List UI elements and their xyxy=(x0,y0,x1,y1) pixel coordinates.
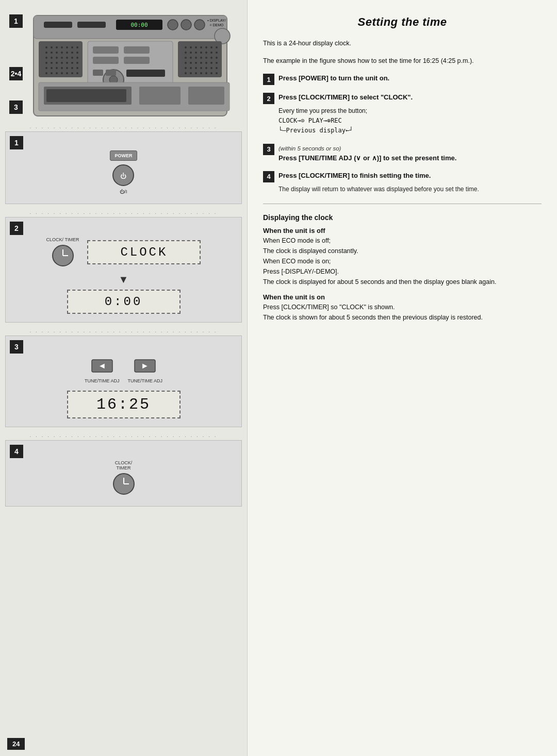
step4-clock-timer-label: CLOCK/TIMER xyxy=(115,460,133,471)
displaying-clock-section: Displaying the clock When the unit is of… xyxy=(263,213,542,323)
step-3: 3 (within 5 seconds or so) Press [TUNE/T… xyxy=(263,143,542,163)
svg-text:• DISPLAY/: • DISPLAY/ xyxy=(207,19,225,22)
svg-point-91 xyxy=(205,62,207,64)
svg-rect-62 xyxy=(93,70,103,76)
dots-separator-3: . . . . . . . . . . . . . . . . . . . . … xyxy=(5,328,242,333)
svg-point-7 xyxy=(181,20,191,30)
svg-point-35 xyxy=(51,62,53,64)
svg-point-54 xyxy=(76,72,78,74)
svg-point-26 xyxy=(76,52,78,54)
svg-rect-2 xyxy=(44,22,72,28)
svg-point-44 xyxy=(61,67,63,69)
svg-point-48 xyxy=(45,72,47,74)
step-2: 2 Press [CLOCK/TIMER] to select "CLOCK".… xyxy=(263,92,542,136)
when-off-line-0: When ECO mode is off; xyxy=(263,236,542,246)
intro-line1: This is a 24-hour display clock. xyxy=(263,38,542,48)
section-divider xyxy=(263,204,542,204)
svg-point-69 xyxy=(200,46,202,48)
svg-point-72 xyxy=(216,46,218,48)
svg-rect-57 xyxy=(124,46,150,54)
step1-number: 1 xyxy=(263,74,274,85)
step24-badge: 2•4 xyxy=(9,67,23,80)
step4-diagram-badge: 4 xyxy=(10,445,23,458)
when-on-line-0: Press [CLOCK/TIMER] so "CLOCK" is shown. xyxy=(263,302,542,312)
svg-point-86 xyxy=(216,57,218,59)
svg-point-40 xyxy=(76,62,78,64)
svg-point-76 xyxy=(200,52,202,54)
time-display-1625: 16:25 xyxy=(67,391,181,418)
svg-point-53 xyxy=(71,72,73,74)
svg-point-51 xyxy=(61,72,63,74)
svg-point-75 xyxy=(195,52,197,54)
step-1: 1 Press [POWER] to turn the unit on. xyxy=(263,73,542,85)
svg-point-32 xyxy=(71,57,73,59)
svg-rect-56 xyxy=(93,46,119,54)
svg-point-33 xyxy=(76,57,78,59)
svg-point-43 xyxy=(56,67,58,69)
svg-point-80 xyxy=(185,57,187,59)
svg-point-8 xyxy=(194,20,205,30)
svg-point-37 xyxy=(61,62,63,64)
svg-point-100 xyxy=(216,67,218,69)
step3-number: 3 xyxy=(263,144,274,155)
step2-text: Press [CLOCK/TIMER] to select "CLOCK". xyxy=(278,92,413,103)
svg-point-36 xyxy=(56,62,58,64)
svg-rect-64 xyxy=(126,70,165,77)
when-off-text: When ECO mode is off; The clock is displ… xyxy=(263,236,542,287)
svg-point-17 xyxy=(66,46,68,48)
dots-separator-4: . . . . . . . . . . . . . . . . . . . . … xyxy=(5,432,242,438)
intro-line2: The example in the figure shows how to s… xyxy=(263,56,542,66)
step1-diagram: 1 POWER ⏻ ⏻/I xyxy=(5,131,242,204)
svg-point-49 xyxy=(51,72,53,74)
svg-point-77 xyxy=(205,52,207,54)
step1-text: Press [POWER] to turn the unit on. xyxy=(278,73,389,83)
when-off-line-1: The clock is displayed constantly. xyxy=(263,246,542,256)
svg-point-18 xyxy=(71,46,73,48)
svg-point-70 xyxy=(205,46,207,48)
svg-point-98 xyxy=(205,67,207,69)
svg-rect-3 xyxy=(77,22,106,28)
svg-point-31 xyxy=(66,57,68,59)
step3-badge: 3 xyxy=(9,100,23,114)
step4-desc: The display will return to whatever was … xyxy=(278,184,542,194)
time-display-000: 0:00 xyxy=(67,290,181,314)
svg-point-38 xyxy=(66,62,68,64)
svg-text:00:00: 00:00 xyxy=(130,22,148,28)
when-on-line-1: The clock is shown for about 5 seconds t… xyxy=(263,312,542,323)
step4-clock-button xyxy=(112,473,135,495)
svg-point-22 xyxy=(56,52,58,54)
clock-timer-label: CLOCK/ TIMER xyxy=(46,237,79,242)
step3-diagram: 3 ◄ TUNE/TIME ADJ ► TUNE/TIME ADJ xyxy=(5,335,242,427)
svg-point-78 xyxy=(210,52,212,54)
step4-text: Press [CLOCK/TIMER] to finish setting th… xyxy=(278,171,431,181)
stereo-illustration: 00:00 • DISPLAY/ = DEMO xyxy=(13,10,235,119)
svg-point-82 xyxy=(195,57,197,59)
svg-point-42 xyxy=(51,67,53,69)
step2-diagram: 2 CLOCK/ TIMER CLOCK ▼ 0: xyxy=(5,217,242,323)
svg-point-16 xyxy=(61,46,63,48)
svg-point-71 xyxy=(210,46,212,48)
when-off-line-3: Press [-DISPLAY/-DEMO]. xyxy=(263,266,542,277)
svg-point-107 xyxy=(216,72,218,74)
svg-point-14 xyxy=(51,46,53,48)
svg-rect-59 xyxy=(124,57,150,64)
svg-point-39 xyxy=(71,62,73,64)
svg-text:⏻: ⏻ xyxy=(120,173,126,180)
svg-point-81 xyxy=(190,57,192,59)
svg-rect-112 xyxy=(46,89,126,102)
svg-point-30 xyxy=(61,57,63,59)
step4-number: 4 xyxy=(263,171,274,182)
svg-point-92 xyxy=(210,62,212,64)
left-panel: 1 2•4 3 00:00 • DISPLAY/ = DEMO xyxy=(0,0,248,756)
clock-display: CLOCK xyxy=(87,240,201,264)
svg-point-94 xyxy=(185,67,187,69)
svg-point-83 xyxy=(200,57,202,59)
svg-point-21 xyxy=(51,52,53,54)
svg-rect-58 xyxy=(93,57,119,64)
svg-point-19 xyxy=(76,46,78,48)
svg-point-13 xyxy=(45,46,47,48)
arrow-down-1: ▼ xyxy=(119,274,129,285)
svg-rect-12 xyxy=(39,41,83,77)
tune-back-label: TUNE/TIME ADJ xyxy=(85,378,120,383)
when-off-heading: When the unit is off xyxy=(263,227,542,234)
